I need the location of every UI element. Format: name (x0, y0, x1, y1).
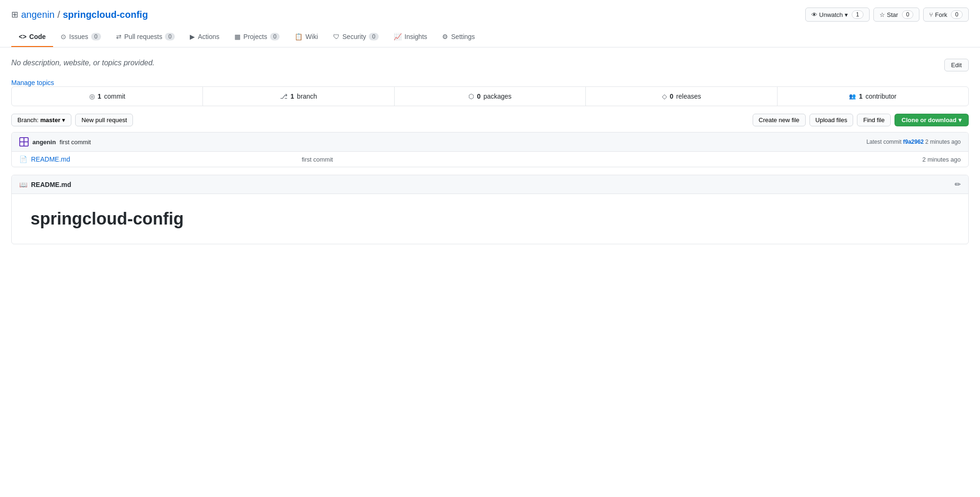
star-count: 0 (902, 10, 914, 19)
file-actions-left: Branch: master ▾ New pull request (11, 114, 133, 126)
tag-icon: ◇ (662, 93, 667, 100)
file-row: 📄 README.md first commit 2 minutes ago (12, 152, 968, 167)
upload-files-button[interactable]: Upload files (809, 114, 854, 126)
tab-code[interactable]: <> Code (11, 27, 53, 47)
tab-wiki-label: Wiki (305, 33, 318, 40)
packages-count: 0 (477, 93, 481, 100)
pr-count: 0 (165, 33, 175, 40)
edit-button[interactable]: Edit (944, 59, 969, 71)
repo-name-link[interactable]: springcloud-config (63, 9, 148, 20)
unwatch-label: Unwatch (819, 11, 843, 18)
readme-filename: README.md (31, 181, 71, 188)
file-time: 2 minutes ago (867, 156, 961, 163)
branches-label: branch (297, 93, 317, 100)
new-pull-request-button[interactable]: New pull request (75, 114, 133, 126)
file-commit-message: first commit (302, 156, 867, 163)
file-actions-right: Create new file Upload files Find file C… (753, 114, 969, 126)
stat-branches[interactable]: ⎇ 1 branch (203, 87, 394, 106)
repo-icon: ⊞ (11, 9, 18, 20)
commit-meta: Latest commit f9a2962 2 minutes ago (866, 139, 961, 145)
issues-count: 0 (91, 33, 101, 40)
commit-hash[interactable]: f9a2962 (903, 139, 924, 145)
file-name: README.md (31, 155, 70, 163)
fork-icon: ⑂ (929, 11, 933, 18)
manage-topics-link[interactable]: Manage topics (11, 79, 54, 86)
commit-icon: ◎ (89, 93, 95, 100)
play-icon: ▶ (190, 33, 195, 40)
stat-releases[interactable]: ◇ 0 releases (586, 87, 777, 106)
main-content: No description, website, or topics provi… (0, 47, 980, 256)
tab-issues-label: Issues (69, 33, 88, 40)
fork-button[interactable]: ⑂ Fork 0 (923, 8, 969, 22)
star-button[interactable]: ☆ Star 0 (873, 8, 920, 22)
book-open-icon: 📖 (19, 181, 27, 188)
readme-header: 📖 README.md ✏ (12, 175, 968, 194)
repo-description-section: No description, website, or topics provi… (11, 59, 969, 71)
description-text: No description, website, or topics provi… (11, 59, 155, 67)
tab-settings-label: Settings (451, 33, 475, 40)
clone-chevron-icon: ▾ (958, 116, 962, 124)
branch-icon: ⎇ (280, 93, 288, 100)
tab-insights-label: Insights (404, 33, 427, 40)
tab-actions[interactable]: ▶ Actions (182, 27, 227, 47)
svg-rect-4 (24, 142, 28, 146)
tab-code-label: Code (29, 33, 46, 40)
projects-count: 0 (270, 33, 280, 40)
security-count: 0 (369, 33, 379, 40)
svg-rect-1 (20, 138, 23, 141)
graph-icon: 📈 (394, 33, 402, 40)
file-name-link[interactable]: 📄 README.md (19, 155, 302, 163)
latest-commit-label: Latest commit (866, 139, 902, 145)
git-pull-icon: ⇄ (116, 33, 122, 40)
contributors-count: 1 (859, 93, 863, 100)
tab-settings[interactable]: ⚙ Settings (435, 27, 482, 47)
svg-rect-2 (24, 138, 28, 141)
packages-label: packages (483, 93, 512, 100)
svg-rect-3 (20, 142, 23, 146)
eye-icon: 👁 (811, 11, 817, 18)
releases-count: 0 (670, 93, 674, 100)
tab-issues[interactable]: ⊙ Issues 0 (53, 27, 108, 47)
stat-commits[interactable]: ◎ 1 commit (12, 87, 203, 106)
tab-security-label: Security (342, 33, 366, 40)
tab-pull-requests[interactable]: ⇄ Pull requests 0 (109, 27, 183, 47)
commit-message: first commit (60, 139, 91, 146)
commit-info: angenin first commit (19, 137, 91, 147)
readme-section: 📖 README.md ✏ springcloud-config (11, 175, 969, 244)
star-label: Star (887, 11, 898, 18)
file-icon: 📄 (19, 155, 27, 163)
chevron-icon: ▾ (845, 11, 848, 18)
avatar (19, 137, 29, 147)
unwatch-button[interactable]: 👁 Unwatch ▾ 1 (805, 8, 870, 22)
branches-count: 1 (290, 93, 294, 100)
repo-actions: 👁 Unwatch ▾ 1 ☆ Star 0 ⑂ Fork 0 (805, 8, 969, 22)
unwatch-count: 1 (852, 10, 863, 19)
tab-wiki[interactable]: 📋 Wiki (287, 27, 325, 47)
file-table: angenin first commit Latest commit f9a29… (11, 132, 969, 167)
repo-separator: / (57, 9, 60, 20)
fork-count: 0 (951, 10, 963, 19)
stat-contributors[interactable]: 👥 1 contributor (778, 87, 968, 106)
branch-name: master (40, 116, 61, 124)
commits-count: 1 (98, 93, 101, 100)
clone-or-download-button[interactable]: Clone or download ▾ (894, 114, 969, 126)
create-new-file-button[interactable]: Create new file (753, 114, 806, 126)
tab-insights[interactable]: 📈 Insights (386, 27, 435, 47)
file-table-header: angenin first commit Latest commit f9a29… (12, 132, 968, 152)
book-icon: 📋 (295, 33, 303, 40)
branch-selector[interactable]: Branch: master ▾ (11, 114, 71, 126)
repo-owner-link[interactable]: angenin (21, 9, 54, 20)
clone-label: Clone or download (902, 116, 957, 124)
file-actions-bar: Branch: master ▾ New pull request Create… (11, 114, 969, 126)
find-file-button[interactable]: Find file (857, 114, 891, 126)
readme-heading: springcloud-config (31, 209, 949, 229)
tab-security[interactable]: 🛡 Security 0 (326, 27, 386, 47)
commit-author[interactable]: angenin (32, 139, 56, 146)
tab-projects-label: Projects (243, 33, 267, 40)
tab-actions-label: Actions (198, 33, 219, 40)
edit-pencil-icon[interactable]: ✏ (955, 180, 961, 189)
people-icon: 👥 (849, 93, 856, 100)
star-icon: ☆ (879, 11, 885, 18)
tab-projects[interactable]: ▦ Projects 0 (227, 27, 287, 47)
stat-packages[interactable]: ⬡ 0 packages (395, 87, 586, 106)
